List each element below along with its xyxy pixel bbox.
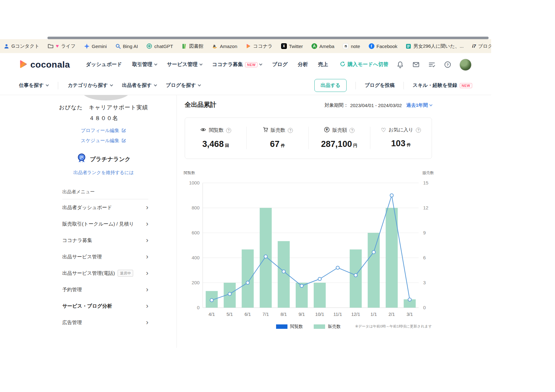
nav-blog[interactable]: ブログ xyxy=(272,61,287,68)
user-avatar[interactable] xyxy=(459,59,472,71)
profile-name: おびなた キャリアサポート実績４８００名 xyxy=(58,102,149,124)
svg-text:8/1: 8/1 xyxy=(281,312,287,317)
stat-sales-count: 販売数 ? 67件 xyxy=(246,127,308,149)
coconala-icon xyxy=(246,44,251,49)
new-badge: NEW xyxy=(245,62,257,67)
seller-sidebar: おびなた キャリアサポート実績４８００名 プロフィール編集 スケジュール編集 P… xyxy=(57,95,150,331)
svg-text:12: 12 xyxy=(423,205,429,210)
seller-menu: 出品者ダッシュボード› 販売取引(トークルーム) / 見積り› ココナラ募集› … xyxy=(57,199,150,331)
svg-text:4/1: 4/1 xyxy=(208,312,215,317)
notifications-bell-icon[interactable] xyxy=(396,61,404,69)
divider xyxy=(355,82,356,89)
chart-legend: 閲覧数 販売数 ※データは午前0時～午前1時頃に更新されます xyxy=(185,324,432,329)
menu-sales-transactions[interactable]: 販売取引(トークルーム) / 見積り› xyxy=(57,216,150,232)
nav-transactions[interactable]: 取引管理 xyxy=(132,61,157,68)
ameba-icon: A xyxy=(311,43,317,49)
svg-text:3/1: 3/1 xyxy=(406,312,413,317)
find-sellers-link[interactable]: 出品者を探す xyxy=(122,82,157,89)
note-icon: n xyxy=(343,43,348,49)
bookmark-gemini[interactable]: Gemini xyxy=(84,44,107,49)
bookmark-ameba[interactable]: A Ameba xyxy=(311,43,335,49)
browse-categories-link[interactable]: カテゴリから探す xyxy=(68,82,113,89)
period-range-select[interactable]: 過去1年間 xyxy=(406,102,432,108)
stat-favorites: ♡ お気に入り ? 103件 xyxy=(370,127,432,149)
browser-chrome-bar xyxy=(47,37,489,39)
find-blogs-link[interactable]: ブログを探す xyxy=(166,82,201,89)
menu-service-management[interactable]: 出品サービス管理› xyxy=(57,249,150,265)
bookmark-note[interactable]: n note xyxy=(343,43,360,49)
divider xyxy=(404,82,404,89)
svg-text:15: 15 xyxy=(423,180,429,185)
folder-icon xyxy=(48,44,53,49)
nav-services[interactable]: サービス管理 xyxy=(167,61,202,68)
sub-nav: 仕事を探す カテゴリから探す 出品者を探す ブログを探す 出品する ブログを投稿… xyxy=(0,76,491,95)
rank-medal-icon: P xyxy=(77,153,87,165)
x-icon: X xyxy=(281,43,287,49)
nav-analytics[interactable]: 分析 xyxy=(298,61,308,68)
messages-mail-icon[interactable] xyxy=(412,61,420,69)
nav-recruit[interactable]: ココナラ募集NEW xyxy=(212,61,262,68)
bookmark-coconala[interactable]: ココナラ xyxy=(246,43,272,49)
bookmark-chatgpt[interactable]: chatGPT xyxy=(146,43,173,49)
brand-wordmark: coconala xyxy=(30,60,70,70)
bookmark-amazon[interactable]: a Amazon xyxy=(212,43,237,49)
post-blog-link[interactable]: ブログを投稿 xyxy=(365,82,394,89)
chevron-right-icon: › xyxy=(146,303,148,310)
site-header: coconala ダッシュボード 取引管理 サービス管理 ココナラ募集NEW ブ… xyxy=(0,53,491,76)
menu-ad-management[interactable]: 広告管理› xyxy=(57,314,150,331)
edit-schedule-link[interactable]: スケジュール編集 xyxy=(57,138,150,144)
bookmark-facebook[interactable]: f Facebook xyxy=(369,43,398,49)
menu-service-blog-analytics[interactable]: サービス・ブログ分析› xyxy=(57,298,150,314)
search-icon xyxy=(115,44,121,49)
chevron-right-icon: › xyxy=(146,204,148,211)
chevron-down-icon xyxy=(154,83,157,87)
chevron-down-icon xyxy=(198,83,201,87)
svg-text:a: a xyxy=(213,43,216,48)
help-icon[interactable]: ? xyxy=(288,128,293,133)
help-icon[interactable]: ? xyxy=(444,61,452,69)
menu-seller-dashboard[interactable]: 出品者ダッシュボード› xyxy=(57,199,150,216)
chevron-down-icon xyxy=(259,63,262,66)
svg-text:12/1: 12/1 xyxy=(351,312,360,317)
bookmark-blog-article[interactable]: i7 ブログ集客の書き xyxy=(472,43,491,49)
nav-dashboard[interactable]: ダッシュボード xyxy=(86,61,122,68)
help-icon[interactable]: ? xyxy=(349,128,355,133)
help-icon[interactable]: ? xyxy=(226,128,231,133)
header-actions: 購入モードへ切替 ? xyxy=(340,59,472,71)
bookmark-survey-article[interactable]: 男女296人に聞いた、... xyxy=(406,43,464,49)
data-update-note: ※データは午前0時～午前1時頃に更新されます xyxy=(355,324,432,329)
amazon-icon: a xyxy=(212,43,218,49)
seller-menu-header: 出品者メニュー xyxy=(62,189,148,199)
svg-text:7/1: 7/1 xyxy=(262,312,269,317)
edit-profile-link[interactable]: プロフィール編集 xyxy=(57,128,150,134)
bookmark-life-folder[interactable]: ♥ ライフ xyxy=(48,43,76,49)
nav-sales[interactable]: 売上 xyxy=(318,61,328,68)
sell-button[interactable]: 出品する xyxy=(314,79,347,92)
views-sales-chart: 閲覧数 販売数 00200340066009800121000154/15/16… xyxy=(185,177,432,329)
external-edit-icon xyxy=(121,138,126,144)
divider xyxy=(58,82,58,89)
menu-coconala-recruit[interactable]: ココナラ募集› xyxy=(57,232,150,249)
task-list-icon[interactable] xyxy=(428,61,436,69)
chevron-down-icon xyxy=(429,103,433,106)
period-value: 2023/04/01 - 2024/03/02 xyxy=(350,103,402,108)
refresh-icon xyxy=(340,61,346,68)
register-skill-link[interactable]: スキル・経験を登録NEW xyxy=(413,82,472,89)
bookmark-g-contact[interactable]: Gコンタクト xyxy=(4,43,39,49)
stat-views: 閲覧数 ? 3,468回 xyxy=(185,127,246,149)
rank-label: プラチナランク xyxy=(90,155,131,163)
facebook-icon: f xyxy=(369,43,374,49)
switch-to-buyer-mode[interactable]: 購入モードへ切替 xyxy=(340,61,388,68)
svg-text:600: 600 xyxy=(192,230,200,235)
help-icon[interactable]: ? xyxy=(416,128,421,133)
menu-phone-service-management[interactable]: 出品サービス管理(電話)退席中› xyxy=(57,265,150,281)
coconala-logo[interactable]: coconala xyxy=(18,59,70,70)
maintain-rank-link[interactable]: 出品者ランクを維持するには xyxy=(57,170,150,176)
heart-icon: ♡ xyxy=(381,127,386,133)
page: Gコンタクト ♥ ライフ Gemini Bing AI chatGPT 図書館 … xyxy=(0,0,555,392)
bookmark-bing-ai[interactable]: Bing AI xyxy=(115,44,138,49)
bookmark-library[interactable]: 図書館 xyxy=(182,43,203,49)
bookmark-twitter[interactable]: X Twitter xyxy=(281,43,303,49)
menu-reservation-management[interactable]: 予約管理› xyxy=(57,281,150,298)
find-work-link[interactable]: 仕事を探す xyxy=(19,82,48,89)
